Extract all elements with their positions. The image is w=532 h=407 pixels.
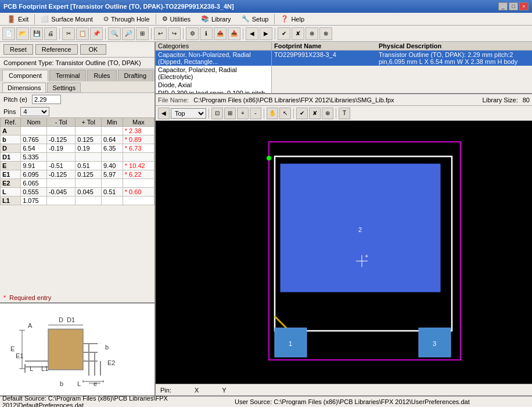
cut-btn[interactable]: ✂ [62, 27, 75, 40]
new-btn[interactable]: 📄 [2, 27, 15, 40]
settings-btn[interactable]: ⚙ [186, 27, 199, 40]
through-icon: ⊙ [103, 15, 109, 23]
export-btn[interactable]: 📤 [214, 27, 227, 40]
undo-btn[interactable]: ↩ [154, 27, 167, 40]
copy-btn[interactable]: 📋 [76, 27, 89, 40]
svg-text:D1: D1 [67, 316, 75, 323]
svg-text:3: 3 [433, 340, 436, 347]
maximize-button[interactable]: □ [509, 2, 518, 10]
extra4-btn[interactable]: ✘ [292, 27, 304, 40]
sep5 [243, 28, 243, 40]
categories-panel: Categories Capacitor, Non-Polarized, Rad… [156, 42, 272, 93]
footprint-panel: Footprint Name Physical Description TO22… [272, 42, 532, 93]
tab-terminal[interactable]: Terminal [49, 70, 87, 81]
menu-setup[interactable]: 🔧 Setup [237, 14, 274, 24]
col-ref: Ref. [1, 118, 21, 127]
zoom-region-btn[interactable]: ⊡ [211, 108, 223, 119]
categories-list[interactable]: Capacitor, Non-Polarized, Radial (Dipped… [156, 51, 271, 93]
category-item[interactable]: Capacitor, Non-Polarized, Radial (Dipped… [156, 51, 271, 66]
sub-tab-settings[interactable]: Settings [47, 83, 81, 92]
import-btn[interactable]: 📥 [228, 27, 240, 40]
add-btn[interactable]: ⊕ [322, 108, 333, 119]
table-row: L1 [1, 197, 21, 205]
surface-icon: ⬜ [41, 15, 49, 23]
layer-top-btn[interactable]: T [339, 108, 350, 119]
window-controls[interactable]: _ □ × [498, 2, 529, 10]
pointer-btn[interactable]: ↖ [279, 108, 291, 119]
bottom-bar: Default Source: C:\Program Files (x86)\P… [0, 395, 532, 407]
cross-btn[interactable]: ✘ [309, 108, 321, 119]
category-item[interactable]: Diode, Axial [156, 81, 271, 89]
sep4 [183, 28, 184, 40]
zoom-out-v-btn[interactable]: - [250, 108, 261, 119]
ok-button[interactable]: OK [80, 44, 107, 55]
view-back-btn[interactable]: ◀ [158, 108, 170, 119]
user-source: User Source: C:\Program Files (x86)\PCB … [235, 398, 530, 405]
dimensions-table-wrapper: Ref. Nom - Tol + Tol Min Max A * 2.38 b … [0, 117, 154, 293]
paste-btn[interactable]: 📌 [90, 27, 103, 40]
categories-label: Categories [156, 42, 271, 51]
redo-btn[interactable]: ↪ [168, 27, 181, 40]
print-btn[interactable]: 🖨 [44, 27, 57, 40]
extra5-btn[interactable]: ⊕ [305, 27, 318, 40]
category-item[interactable]: Capacitor, Polarized, Radial (Electrolyt… [156, 66, 271, 81]
main-layout: Reset Reference OK Component Type: Trans… [0, 42, 532, 395]
fp-col-desc: Physical Description [379, 42, 530, 49]
sub-tab-dimensions[interactable]: Dimensions [2, 83, 46, 92]
pitch-input[interactable] [32, 95, 61, 104]
tab-rules[interactable]: Rules [87, 70, 116, 81]
save-btn[interactable]: 💾 [30, 27, 43, 40]
menu-surface-mount[interactable]: ⬜ Surface Mount [36, 14, 98, 24]
extra3-btn[interactable]: ✔ [278, 27, 290, 40]
zoom-in-v-btn[interactable]: + [237, 108, 249, 119]
view-sep1 [209, 108, 209, 119]
layer-select[interactable]: Top Bottom [171, 108, 206, 119]
extra1-btn[interactable]: ◀ [246, 27, 258, 40]
minimize-button[interactable]: _ [498, 2, 508, 10]
svg-text:A: A [28, 322, 33, 329]
menu-utilities[interactable]: ⚙ Utilities [157, 14, 195, 24]
zoom-in-btn[interactable]: 🔍 [108, 27, 121, 40]
extra2-btn[interactable]: ▶ [260, 27, 272, 40]
zoom-all-btn[interactable]: ⊞ [224, 108, 236, 119]
pan-btn[interactable]: ✋ [267, 108, 278, 119]
view-toolbar: ◀ Top Bottom ⊡ ⊞ + - ✋ ↖ ✔ ✘ ⊕ T [156, 106, 532, 121]
file-path: C:\Program Files (x86)\PCB Libraries\FPX… [193, 97, 394, 103]
reference-button[interactable]: Reference [35, 44, 78, 55]
door-icon: 🚪 [7, 15, 16, 23]
svg-rect-0 [48, 329, 83, 370]
component-preview: A D D1 E E1 b L e b [0, 302, 154, 395]
fit-btn[interactable]: ⊞ [136, 27, 149, 40]
menu-library[interactable]: 📚 Library [196, 14, 236, 24]
view-sep3 [293, 108, 294, 119]
col-max: Max [123, 118, 154, 127]
extra6-btn[interactable]: ⊗ [319, 27, 332, 40]
menu-exit[interactable]: 🚪 Exit [2, 14, 33, 24]
tab-component[interactable]: Component [2, 70, 48, 81]
table-row: D1 [1, 153, 21, 162]
close-button[interactable]: × [519, 2, 529, 10]
title-bar: PCB Footprint Expert [Transistor Outline… [0, 0, 532, 13]
categories-bar: Categories Capacitor, Non-Polarized, Rad… [156, 42, 532, 94]
util-icon: ⚙ [162, 15, 168, 23]
reset-button[interactable]: Reset [3, 44, 33, 55]
view-sep4 [336, 108, 336, 119]
col-nom: Nom [21, 118, 47, 127]
fp-name: TO229P991X238-3_4 [274, 51, 379, 65]
category-item[interactable]: DIP, 0.300 in lead span, 0.100 in pitch [156, 89, 271, 93]
zoom-out-btn[interactable]: 🔎 [122, 27, 135, 40]
svg-text:b: b [105, 344, 109, 351]
check-btn[interactable]: ✔ [296, 108, 308, 119]
preview-svg: A D D1 E E1 b L e b [8, 306, 147, 393]
table-row: E [1, 162, 21, 170]
menu-bar: 🚪 Exit ⬜ Surface Mount ⊙ Through Hole ⚙ … [0, 13, 532, 26]
pins-select[interactable]: 4 3 5 [20, 107, 49, 116]
menu-help[interactable]: ❓ Help [276, 14, 309, 24]
tab-drafting[interactable]: Drafting [118, 70, 153, 81]
y-label: Y [222, 387, 226, 394]
setup-icon: 🔧 [242, 15, 250, 23]
menu-through-hole[interactable]: ⊙ Through Hole [99, 14, 154, 24]
footprint-selected-row[interactable]: TO229P991X238-3_4 Transistor Outline (TO… [272, 51, 532, 66]
open-btn[interactable]: 📂 [16, 27, 29, 40]
info-btn[interactable]: ℹ [200, 27, 213, 40]
